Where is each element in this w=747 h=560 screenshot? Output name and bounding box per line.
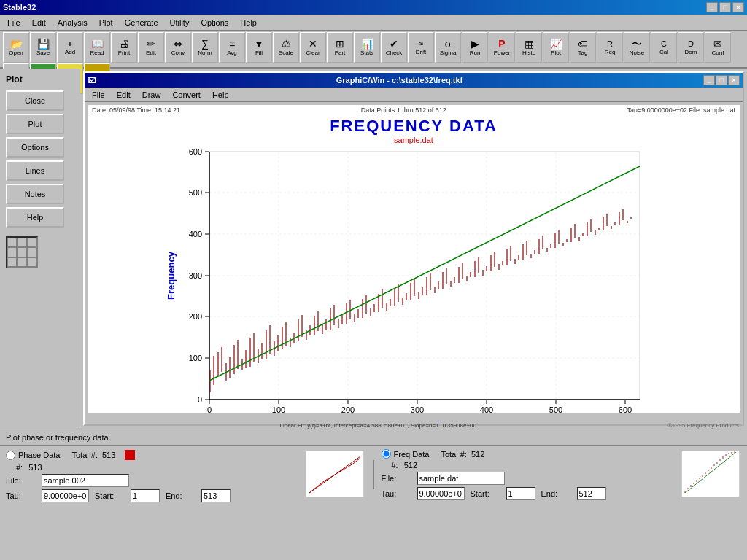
close-panel-button[interactable]: Close (6, 90, 64, 111)
toolbar: 📂Open 💾Save +Add 📖Read 🖨Print ✏Edit ⇔Con… (0, 31, 747, 69)
phase-total-val: 513 (102, 451, 115, 459)
svg-rect-151 (681, 451, 740, 497)
norm-button[interactable]: ∑Norm (192, 32, 218, 63)
svg-rect-149 (306, 451, 364, 497)
tag-button[interactable]: 🏷Tag (570, 32, 596, 63)
freq-total-label: Total #: (441, 450, 466, 459)
menu-utility[interactable]: Utility (164, 17, 196, 28)
save-button[interactable]: 💾Save (30, 32, 56, 63)
power-button[interactable]: PPower (489, 32, 515, 63)
freq-hash-label: #: (392, 461, 398, 470)
graph-minimize-button[interactable]: _ (703, 75, 715, 85)
freq-tau-input[interactable] (417, 487, 465, 500)
phase-thumbnail-svg (306, 451, 364, 497)
notes-panel-button[interactable]: Notes (6, 184, 64, 204)
check-button[interactable]: ✔Check (381, 32, 407, 63)
menu-options[interactable]: Options (195, 17, 234, 28)
graph-footer: Linear Fit: y(t)=a+bt, Intercept=a=4.588… (88, 421, 740, 429)
plot-button[interactable]: 📈Plot (543, 32, 569, 63)
chart-svg: 0 100 200 300 400 500 600 0 100 200 300 … (88, 144, 740, 421)
phase-end-input[interactable] (201, 489, 231, 502)
histo-button[interactable]: ▦Histo (516, 32, 542, 63)
scale-button[interactable]: ⚖Scale (273, 32, 299, 63)
graph-close-button[interactable]: × (728, 75, 740, 85)
graph-menu-draw[interactable]: Draw (136, 90, 167, 100)
svg-text:400: 400 (480, 405, 493, 414)
phase-file-input[interactable] (42, 474, 129, 487)
menu-plot[interactable]: Plot (93, 17, 119, 28)
avg-button[interactable]: ≡Avg (219, 32, 245, 63)
phase-hash-label: #: (16, 463, 23, 472)
print-button[interactable]: 🖨Print (111, 32, 137, 63)
dom-button[interactable]: DDom (678, 32, 704, 63)
watermark: ©1995 Frequency Products (667, 422, 739, 429)
add-button[interactable]: +Add (57, 32, 83, 63)
phase-radio-label: Phase Data (18, 451, 60, 459)
freq-hash-row: #: 512 (382, 461, 674, 470)
graph-menu-file[interactable]: File (86, 90, 111, 100)
graph-tau-file: Tau=9.0000000e+02 File: sample.dat (627, 106, 735, 114)
close-button[interactable]: × (732, 2, 744, 12)
fill-button[interactable]: ▼Fill (246, 32, 272, 63)
graph-menu: File Edit Draw Convert Help (85, 88, 743, 102)
freq-data-section: Freq Data Total #: 512 #: 512 File: Tau:… (382, 449, 674, 500)
phase-thumbnail-icon (124, 449, 136, 461)
svg-text:Frequency: Frequency (166, 251, 177, 300)
graph-chart-subtitle: sample.dat (88, 136, 740, 144)
lines-panel-button[interactable]: Lines (6, 160, 64, 181)
noise-button[interactable]: 〜Noise (624, 32, 650, 63)
left-panel: Plot Close Plot Options Lines Notes Help (0, 69, 80, 429)
menu-help[interactable]: Help (234, 17, 263, 28)
svg-text:200: 200 (189, 312, 202, 321)
clear-button[interactable]: ✕Clear (300, 32, 326, 63)
conf-button[interactable]: ✉Conf (705, 32, 731, 63)
grid-icon[interactable] (6, 236, 38, 268)
part-button[interactable]: ⊞Part (327, 32, 353, 63)
cal-button[interactable]: CCal (651, 32, 677, 63)
options-panel-button[interactable]: Options (6, 137, 64, 158)
stats-button[interactable]: 📊Stats (354, 32, 380, 63)
separator (374, 460, 374, 489)
reg-button[interactable]: RReg (597, 32, 623, 63)
freq-start-input[interactable] (506, 487, 535, 500)
help-panel-button[interactable]: Help (6, 207, 64, 228)
sigma-button[interactable]: σSigma (435, 32, 461, 63)
graph-menu-help[interactable]: Help (206, 90, 235, 100)
plot-panel-button[interactable]: Plot (6, 114, 64, 134)
graph-menu-edit[interactable]: Edit (111, 90, 136, 100)
minimize-button[interactable]: _ (706, 2, 718, 12)
freq-end-input[interactable] (577, 487, 606, 500)
menu-analysis[interactable]: Analysis (52, 17, 93, 28)
edit-button[interactable]: ✏Edit (138, 32, 164, 63)
graph-date-time: Date: 05/09/98 Time: 15:14:21 (92, 106, 180, 114)
phase-start-input[interactable] (131, 489, 160, 502)
phase-data-radio[interactable] (6, 451, 15, 460)
phase-tau-row: Tau: Start: End: (6, 489, 298, 502)
freq-total-val: 512 (471, 450, 484, 459)
freq-hash-val: 512 (404, 461, 417, 470)
maximize-button[interactable]: □ (719, 2, 731, 12)
menu-file[interactable]: File (1, 17, 26, 28)
svg-text:200: 200 (341, 405, 355, 414)
phase-tau-input[interactable] (42, 489, 89, 502)
freq-file-input[interactable] (417, 472, 505, 485)
status-text: Plot phase or frequency data. (6, 433, 111, 442)
svg-text:500: 500 (549, 405, 562, 414)
freq-start-label: Start: (471, 489, 503, 498)
open-button[interactable]: 📂Open (3, 32, 29, 63)
graph-data-points: Data Points 1 thru 512 of 512 (361, 106, 446, 114)
drift-button[interactable]: ≈Drift (408, 32, 434, 63)
freq-data-radio[interactable] (382, 449, 391, 459)
graph-window-icon: 🗠 (88, 76, 96, 85)
svg-text:400: 400 (189, 230, 202, 238)
conv-button[interactable]: ⇔Conv (165, 32, 191, 63)
menu-edit[interactable]: Edit (26, 17, 52, 28)
graph-maximize-button[interactable]: □ (716, 75, 727, 85)
graph-menu-convert[interactable]: Convert (166, 90, 206, 100)
menu-generate[interactable]: Generate (119, 17, 164, 28)
title-bar-buttons: _ □ × (706, 2, 744, 12)
run-button[interactable]: ▶Run (462, 32, 488, 63)
read-button[interactable]: 📖Read (84, 32, 110, 63)
graph-chart-title: FREQUENCY DATA (88, 117, 740, 136)
main-area: Plot Close Plot Options Lines Notes Help… (0, 69, 747, 429)
